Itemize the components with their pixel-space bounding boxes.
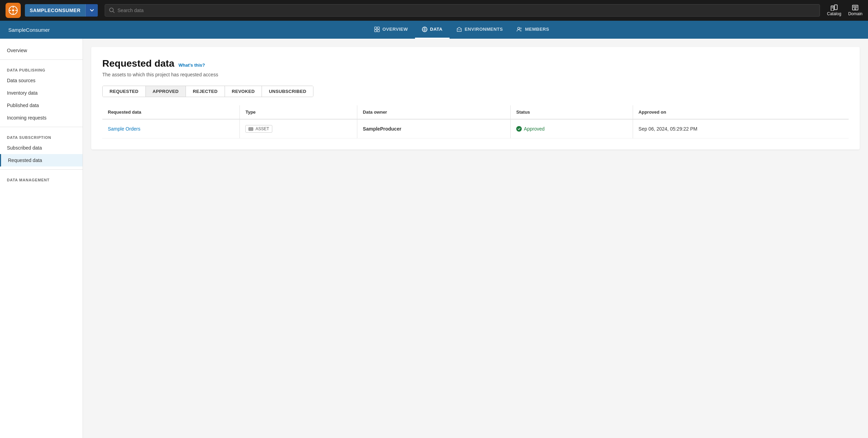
svg-rect-17 bbox=[377, 27, 379, 29]
page-title: Requested data bbox=[102, 58, 174, 69]
filter-tab-approved[interactable]: APPROVED bbox=[146, 86, 186, 97]
page-subtitle: The assets to which this project has req… bbox=[102, 72, 849, 77]
status-label: Approved bbox=[524, 126, 545, 132]
environments-icon bbox=[456, 27, 462, 32]
search-input[interactable] bbox=[117, 8, 815, 13]
top-nav-actions: Catalog Domain bbox=[827, 4, 862, 16]
filter-tab-unsubscribed[interactable]: UNSUBSCRIBED bbox=[262, 86, 313, 97]
cell-type: ASSET bbox=[240, 119, 357, 139]
workspace-selector[interactable]: SAMPLECONSUMER bbox=[25, 4, 98, 17]
sidebar-item-incoming-requests[interactable]: Incoming requests bbox=[0, 112, 83, 124]
tab-environments-label: ENVIRONMENTS bbox=[465, 27, 503, 32]
status-approved: Approved bbox=[516, 126, 627, 132]
filter-tab-requested[interactable]: REQUESTED bbox=[103, 86, 146, 97]
sidebar-divider-1 bbox=[0, 59, 83, 60]
col-header-requested-data: Requested data bbox=[102, 105, 240, 119]
col-header-type: Type bbox=[240, 105, 357, 119]
overview-icon bbox=[374, 27, 380, 32]
logo-icon bbox=[6, 3, 21, 18]
workspace-dropdown-button[interactable] bbox=[85, 4, 98, 17]
data-owner-value: SampleProducer bbox=[363, 126, 401, 132]
tab-members-label: MEMBERS bbox=[525, 27, 549, 32]
domain-icon bbox=[852, 4, 859, 11]
sidebar-section-subscription: DATA SUBSCRIPTION bbox=[0, 130, 83, 142]
approved-icon bbox=[517, 127, 521, 131]
asset-icon bbox=[248, 126, 253, 131]
tab-data[interactable]: DATA bbox=[415, 21, 450, 39]
asset-badge: ASSET bbox=[245, 125, 272, 133]
domain-nav-button[interactable]: Domain bbox=[848, 4, 862, 16]
tab-environments[interactable]: ENVIRONMENTS bbox=[450, 21, 510, 39]
workspace-name: SAMPLECONSUMER bbox=[25, 8, 85, 13]
whats-this-link[interactable]: What's this? bbox=[179, 63, 205, 68]
filter-tab-rejected[interactable]: REJECTED bbox=[186, 86, 225, 97]
svg-point-21 bbox=[518, 27, 520, 29]
sample-orders-link[interactable]: Sample Orders bbox=[108, 126, 140, 132]
catalog-icon bbox=[831, 4, 838, 11]
asset-type-label: ASSET bbox=[255, 126, 269, 131]
svg-line-7 bbox=[113, 11, 114, 13]
approved-on-value: Sep 06, 2024, 05:29:22 PM bbox=[639, 126, 697, 132]
svg-rect-18 bbox=[375, 30, 377, 32]
col-header-data-owner: Data owner bbox=[357, 105, 511, 119]
col-header-approved-on: Approved on bbox=[633, 105, 849, 119]
domain-label: Domain bbox=[848, 11, 862, 16]
sidebar: Overview DATA PUBLISHING Data sources In… bbox=[0, 39, 83, 438]
data-table: Requested data Type Data owner Status Ap… bbox=[102, 105, 849, 139]
tab-members[interactable]: MEMBERS bbox=[510, 21, 556, 39]
sidebar-item-published-data[interactable]: Published data bbox=[0, 99, 83, 112]
tab-overview-label: OVERVIEW bbox=[383, 27, 408, 32]
sidebar-item-subscribed-data[interactable]: Subscribed data bbox=[0, 142, 83, 154]
filter-tabs: REQUESTED APPROVED REJECTED REVOKED UNSU… bbox=[102, 86, 313, 97]
svg-rect-14 bbox=[856, 6, 857, 8]
data-icon bbox=[422, 27, 427, 32]
sidebar-section-management: DATA MANAGEMENT bbox=[0, 172, 83, 184]
sidebar-section-publishing: DATA PUBLISHING bbox=[0, 63, 83, 74]
cell-data-owner: SampleProducer bbox=[357, 119, 511, 139]
col-header-status: Status bbox=[511, 105, 633, 119]
svg-point-6 bbox=[110, 8, 113, 12]
tab-data-label: DATA bbox=[430, 27, 443, 32]
svg-rect-8 bbox=[831, 6, 834, 11]
sidebar-item-overview[interactable]: Overview bbox=[0, 44, 83, 57]
table-row: Sample Orders bbox=[102, 119, 849, 139]
project-nav: SampleConsumer OVERVIEW DATA bbox=[0, 21, 868, 39]
status-dot bbox=[516, 126, 522, 132]
main-content: Requested data What's this? The assets t… bbox=[83, 39, 868, 438]
page-header: Requested data What's this? bbox=[102, 58, 849, 69]
svg-rect-19 bbox=[377, 30, 379, 32]
svg-point-22 bbox=[520, 28, 521, 29]
sidebar-divider-3 bbox=[0, 169, 83, 170]
project-title: SampleConsumer bbox=[8, 27, 50, 33]
layout: Overview DATA PUBLISHING Data sources In… bbox=[0, 39, 868, 438]
sidebar-item-inventory-data[interactable]: Inventory data bbox=[0, 87, 83, 99]
cell-status: Approved bbox=[511, 119, 633, 139]
filter-tab-revoked[interactable]: REVOKED bbox=[225, 86, 262, 97]
search-bar[interactable] bbox=[105, 4, 820, 17]
cell-requested-data: Sample Orders bbox=[102, 119, 240, 139]
catalog-label: Catalog bbox=[827, 11, 841, 16]
cell-approved-on: Sep 06, 2024, 05:29:22 PM bbox=[633, 119, 849, 139]
svg-point-1 bbox=[12, 9, 14, 11]
search-icon bbox=[109, 8, 115, 13]
svg-rect-15 bbox=[855, 8, 856, 9]
top-nav: SAMPLECONSUMER Catalog bbox=[0, 0, 868, 21]
catalog-nav-button[interactable]: Catalog bbox=[827, 4, 841, 16]
sidebar-item-data-sources[interactable]: Data sources bbox=[0, 74, 83, 87]
members-icon bbox=[517, 27, 522, 32]
sidebar-divider-2 bbox=[0, 127, 83, 127]
tab-overview[interactable]: OVERVIEW bbox=[367, 21, 415, 39]
content-card: Requested data What's this? The assets t… bbox=[91, 47, 860, 150]
svg-rect-16 bbox=[375, 27, 377, 29]
svg-rect-13 bbox=[853, 6, 855, 8]
project-tabs: OVERVIEW DATA ENVIRONMENTS bbox=[367, 21, 556, 39]
svg-rect-9 bbox=[834, 5, 837, 10]
sidebar-item-requested-data[interactable]: Requested data bbox=[0, 154, 83, 166]
